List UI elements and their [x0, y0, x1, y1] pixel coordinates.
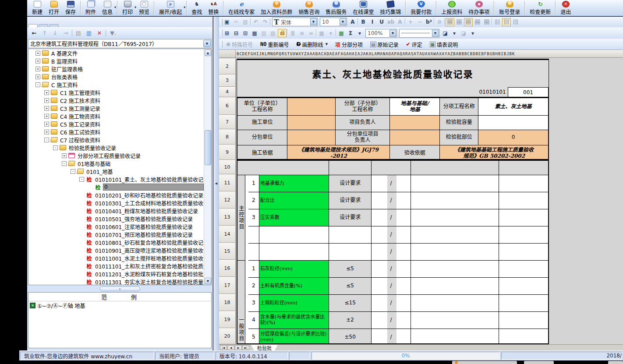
tree-expander-icon[interactable]: +: [35, 51, 40, 56]
grid-corner[interactable]: [219, 50, 236, 57]
regulation-dropdown[interactable]: 北京市建筑工程资料管理规程（DB11／T695-2017） ▼: [28, 39, 212, 48]
row-header[interactable]: 16: [219, 260, 236, 277]
sample-quantity-cell[interactable]: /: [372, 226, 411, 244]
unit-name-cell[interactable]: [287, 98, 335, 116]
toolbar-button[interactable]: 附件: [82, 0, 99, 16]
row-header[interactable]: 10: [219, 160, 236, 174]
chevron-down-icon[interactable]: ▼: [389, 30, 396, 37]
row-header[interactable]: 19: [219, 311, 236, 328]
acceptance-basis-cell[interactable]: 《建筑地基基础工程施工质量验收 规范》GB 50202-2002: [440, 145, 548, 160]
toolbar-button[interactable]: 替换: [205, 0, 222, 16]
row-header[interactable]: 4: [219, 87, 236, 97]
tree-item[interactable]: 检 01010201_砂和砂石地基检验批质量验收记录: [28, 191, 204, 199]
table-tool-button[interactable]: ▦: [317, 29, 326, 37]
action-button[interactable]: 项 分部分项: [332, 39, 366, 49]
tree-expander-icon[interactable]: +: [44, 106, 49, 111]
tree-expander-icon[interactable]: +: [44, 90, 49, 95]
table-tool-button[interactable]: ▧: [269, 29, 277, 37]
item-name-cell[interactable]: 素土、灰土地基: [478, 98, 548, 116]
tree-expander-icon[interactable]: +: [62, 153, 67, 158]
check-result-cell[interactable]: [499, 175, 548, 192]
toolbar-button[interactable]: [405, 1, 406, 15]
tree-item[interactable]: + C3 施工测量记录: [28, 104, 204, 112]
catalog-tool-button[interactable]: ↑: [40, 29, 49, 37]
requirement-cell[interactable]: ≤5: [329, 278, 372, 295]
scroll-down-icon[interactable]: ▼: [205, 278, 211, 284]
toolbar-button[interactable]: 账号登录: [496, 0, 523, 16]
toolbar-button[interactable]: [80, 1, 81, 15]
check-record-cell[interactable]: [411, 261, 499, 278]
border-color-button[interactable]: ◪: [441, 29, 450, 37]
table-tool-button[interactable]: ▦: [337, 29, 346, 37]
chevron-down-icon[interactable]: ▼: [432, 30, 439, 37]
tree-expander-icon[interactable]: +: [44, 130, 49, 134]
example-item[interactable]: ✕ ①~⑦/Ⓐ~Ⓕ轴 地基: [28, 301, 211, 310]
border-color-button[interactable]: ▾: [468, 29, 477, 37]
requirement-cell[interactable]: 设计要求: [329, 209, 372, 226]
tree-item[interactable]: 检 01010601_注浆地基检验批质量验收记录: [28, 223, 204, 230]
sample-quantity-cell[interactable]: /: [372, 278, 411, 295]
tree-item[interactable]: 检 01010701_预压地基检验批质量验收记录: [28, 230, 204, 238]
scroll-up-icon[interactable]: ▲: [205, 49, 211, 56]
check-item-cell[interactable]: [259, 244, 329, 261]
check-item-cell[interactable]: 压实系数: [259, 209, 329, 226]
format-button[interactable]: [446, 18, 454, 26]
toolbar-button[interactable]: 打开: [46, 0, 62, 16]
tree-expander-icon[interactable]: -: [62, 161, 67, 166]
builder-cell[interactable]: [287, 116, 335, 130]
row-header[interactable]: 9: [219, 145, 236, 160]
format-button[interactable]: ▤: [241, 18, 250, 26]
font-size-select[interactable]: 10 ▼: [320, 18, 347, 26]
format-button[interactable]: [511, 18, 520, 26]
tree-item[interactable]: + C1 施工管理资料: [28, 88, 204, 96]
check-record-cell[interactable]: [411, 244, 499, 261]
toolbar-button[interactable]: 退出: [557, 0, 574, 16]
chevron-down-icon[interactable]: ▼: [203, 40, 211, 47]
check-item-cell[interactable]: 土颗粒粒径(mm): [259, 295, 329, 312]
zoom-select[interactable]: 100% ▼: [365, 29, 397, 38]
tree-item[interactable]: - 检 01010101_素土、灰土地基检验批质量验收记录: [28, 175, 204, 183]
check-record-cell[interactable]: [411, 192, 499, 209]
chevron-down-icon[interactable]: ▼: [340, 18, 346, 25]
toolbar-button[interactable]: 新建: [29, 0, 46, 16]
format-button[interactable]: [358, 18, 358, 25]
check-item-cell[interactable]: 分层厚度偏差(与设计要求比较)(mm): [259, 329, 329, 344]
format-button[interactable]: [250, 18, 251, 25]
toolbar-button[interactable]: 在线找专家: [225, 0, 258, 16]
form-serial[interactable]: 001: [508, 87, 549, 97]
column-letters[interactable]: BCDEFGHIJKLMNOPQRSTUVWXYZAAABACADAEAFAGA…: [236, 50, 548, 57]
tree-item[interactable]: + 驻厂监理表格: [28, 65, 204, 73]
check-item-cell[interactable]: 配合比: [259, 192, 329, 209]
tree-expander-icon[interactable]: +: [44, 114, 49, 119]
tree-item[interactable]: 检 01010301_土工合成材料地基检验批质量验收记录: [28, 199, 204, 207]
format-button[interactable]: [493, 18, 502, 26]
check-record-cell[interactable]: [411, 209, 499, 226]
toolbar-button[interactable]: 上报资料: [438, 0, 465, 16]
border-color-button[interactable]: ◪: [459, 29, 468, 37]
check-record-cell[interactable]: [411, 312, 499, 329]
format-button[interactable]: B: [359, 18, 368, 26]
check-result-cell[interactable]: [499, 192, 548, 209]
table-tool-button[interactable]: [287, 29, 288, 36]
check-record-cell[interactable]: [411, 175, 499, 192]
format-button[interactable]: [464, 18, 473, 26]
format-button[interactable]: [444, 18, 445, 25]
row-header[interactable]: 20: [219, 328, 236, 344]
format-button[interactable]: ab: [386, 18, 395, 26]
tree-expander-icon[interactable]: -: [35, 82, 40, 87]
tree-item[interactable]: - 检验批质量验收记录: [28, 144, 204, 152]
format-button[interactable]: [473, 18, 482, 26]
tree-item[interactable]: + C5 施工记录资料: [28, 120, 204, 128]
check-result-cell[interactable]: [499, 244, 548, 261]
check-result-cell[interactable]: [499, 312, 548, 329]
sheet-nav-button[interactable]: ◀: [227, 345, 234, 350]
catalog-tab[interactable]: [39, 24, 48, 27]
action-button[interactable]: NO 重新编号: [257, 39, 292, 49]
toolbar-button[interactable]: 我要付款: [407, 0, 435, 16]
format-button[interactable]: [270, 18, 271, 25]
table-tool-button[interactable]: ∞: [307, 29, 315, 37]
requirement-cell[interactable]: ±2: [329, 312, 372, 329]
row-header[interactable]: 17: [219, 277, 236, 294]
format-button[interactable]: [405, 18, 406, 25]
tree-expander-icon[interactable]: +: [44, 98, 49, 103]
